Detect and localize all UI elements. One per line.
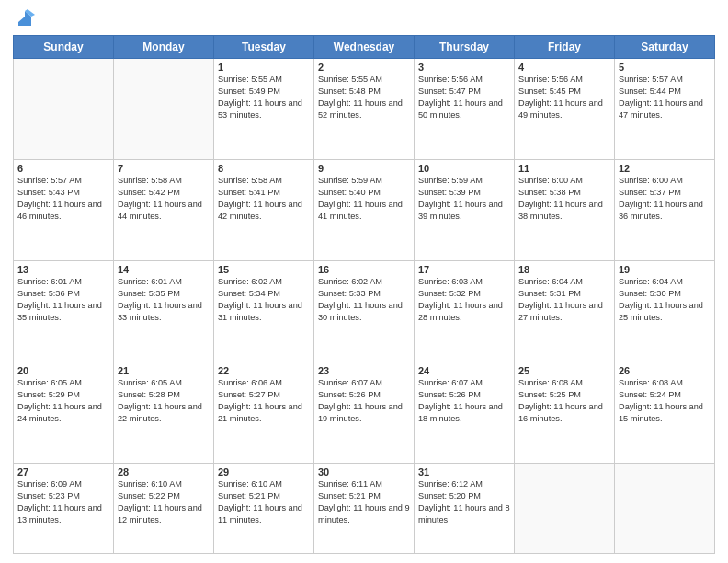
day-info: Sunrise: 5:57 AM Sunset: 5:44 PM Dayligh…: [619, 74, 711, 121]
calendar-cell: 30Sunrise: 6:11 AM Sunset: 5:21 PM Dayli…: [314, 464, 415, 554]
day-number: 14: [118, 264, 210, 275]
calendar-cell: 23Sunrise: 6:07 AM Sunset: 5:26 PM Dayli…: [314, 362, 415, 464]
day-info: Sunrise: 6:12 AM Sunset: 5:20 PM Dayligh…: [418, 478, 510, 526]
calendar-cell: 2Sunrise: 5:55 AM Sunset: 5:48 PM Daylig…: [314, 59, 415, 160]
day-info: Sunrise: 6:09 AM Sunset: 5:23 PM Dayligh…: [17, 478, 109, 526]
day-number: 13: [17, 264, 109, 275]
day-info: Sunrise: 6:08 AM Sunset: 5:25 PM Dayligh…: [518, 377, 610, 425]
calendar-week-row: 1Sunrise: 5:55 AM Sunset: 5:49 PM Daylig…: [14, 59, 715, 160]
calendar-day-header: Monday: [114, 36, 214, 59]
calendar-week-row: 13Sunrise: 6:01 AM Sunset: 5:36 PM Dayli…: [14, 261, 715, 362]
day-number: 7: [118, 163, 210, 174]
day-number: 22: [218, 365, 310, 376]
calendar-day-header: Saturday: [615, 36, 715, 59]
day-number: 12: [619, 163, 711, 174]
day-info: Sunrise: 5:59 AM Sunset: 5:39 PM Dayligh…: [418, 175, 510, 223]
calendar-cell: [515, 464, 615, 554]
day-info: Sunrise: 6:10 AM Sunset: 5:22 PM Dayligh…: [118, 478, 210, 526]
calendar-cell: 29Sunrise: 6:10 AM Sunset: 5:21 PM Dayli…: [214, 464, 314, 554]
calendar-cell: 26Sunrise: 6:08 AM Sunset: 5:24 PM Dayli…: [615, 362, 715, 464]
day-number: 1: [218, 62, 310, 73]
day-number: 20: [17, 365, 109, 376]
day-number: 27: [17, 466, 109, 477]
calendar-cell: 19Sunrise: 6:04 AM Sunset: 5:30 PM Dayli…: [615, 261, 715, 362]
day-info: Sunrise: 6:05 AM Sunset: 5:29 PM Dayligh…: [17, 377, 109, 425]
logo-icon: [15, 9, 35, 29]
calendar-cell: 31Sunrise: 6:12 AM Sunset: 5:20 PM Dayli…: [415, 464, 515, 554]
day-number: 21: [118, 365, 210, 376]
day-number: 11: [518, 163, 610, 174]
logo: [13, 9, 35, 29]
day-info: Sunrise: 6:04 AM Sunset: 5:30 PM Dayligh…: [619, 276, 711, 324]
calendar-cell: 24Sunrise: 6:07 AM Sunset: 5:26 PM Dayli…: [415, 362, 515, 464]
header: [13, 9, 715, 29]
day-number: 30: [318, 466, 410, 477]
day-info: Sunrise: 5:55 AM Sunset: 5:49 PM Dayligh…: [218, 74, 310, 121]
calendar-week-row: 27Sunrise: 6:09 AM Sunset: 5:23 PM Dayli…: [14, 464, 715, 554]
calendar-cell: 6Sunrise: 5:57 AM Sunset: 5:43 PM Daylig…: [14, 160, 114, 261]
calendar-cell: 20Sunrise: 6:05 AM Sunset: 5:29 PM Dayli…: [14, 362, 114, 464]
day-info: Sunrise: 5:56 AM Sunset: 5:45 PM Dayligh…: [518, 74, 610, 121]
day-info: Sunrise: 6:04 AM Sunset: 5:31 PM Dayligh…: [518, 276, 610, 324]
day-number: 28: [118, 466, 210, 477]
day-info: Sunrise: 5:59 AM Sunset: 5:40 PM Dayligh…: [318, 175, 410, 223]
day-number: 18: [518, 264, 610, 275]
day-number: 3: [418, 62, 510, 73]
calendar-day-header: Wednesday: [314, 36, 415, 59]
day-number: 26: [619, 365, 711, 376]
day-info: Sunrise: 6:08 AM Sunset: 5:24 PM Dayligh…: [619, 377, 711, 425]
day-number: 17: [418, 264, 510, 275]
page: SundayMondayTuesdayWednesdayThursdayFrid…: [0, 0, 728, 563]
calendar-day-header: Tuesday: [214, 36, 314, 59]
day-number: 6: [17, 163, 109, 174]
day-number: 29: [218, 466, 310, 477]
day-info: Sunrise: 6:06 AM Sunset: 5:27 PM Dayligh…: [218, 377, 310, 425]
day-info: Sunrise: 6:00 AM Sunset: 5:37 PM Dayligh…: [619, 175, 711, 223]
day-number: 24: [418, 365, 510, 376]
calendar-cell: [14, 59, 114, 160]
day-info: Sunrise: 6:05 AM Sunset: 5:28 PM Dayligh…: [118, 377, 210, 425]
day-info: Sunrise: 6:03 AM Sunset: 5:32 PM Dayligh…: [418, 276, 510, 324]
day-info: Sunrise: 5:58 AM Sunset: 5:41 PM Dayligh…: [218, 175, 310, 223]
day-info: Sunrise: 5:58 AM Sunset: 5:42 PM Dayligh…: [118, 175, 210, 223]
calendar-cell: [114, 59, 214, 160]
calendar-cell: 28Sunrise: 6:10 AM Sunset: 5:22 PM Dayli…: [114, 464, 214, 554]
day-number: 9: [318, 163, 410, 174]
calendar-cell: 4Sunrise: 5:56 AM Sunset: 5:45 PM Daylig…: [515, 59, 615, 160]
day-info: Sunrise: 6:01 AM Sunset: 5:35 PM Dayligh…: [118, 276, 210, 324]
calendar: SundayMondayTuesdayWednesdayThursdayFrid…: [13, 35, 715, 554]
calendar-cell: 7Sunrise: 5:58 AM Sunset: 5:42 PM Daylig…: [114, 160, 214, 261]
calendar-cell: 17Sunrise: 6:03 AM Sunset: 5:32 PM Dayli…: [415, 261, 515, 362]
calendar-cell: 12Sunrise: 6:00 AM Sunset: 5:37 PM Dayli…: [615, 160, 715, 261]
calendar-week-row: 20Sunrise: 6:05 AM Sunset: 5:29 PM Dayli…: [14, 362, 715, 464]
calendar-cell: 13Sunrise: 6:01 AM Sunset: 5:36 PM Dayli…: [14, 261, 114, 362]
day-number: 25: [518, 365, 610, 376]
calendar-day-header: Thursday: [415, 36, 515, 59]
day-info: Sunrise: 6:07 AM Sunset: 5:26 PM Dayligh…: [318, 377, 410, 425]
calendar-cell: 21Sunrise: 6:05 AM Sunset: 5:28 PM Dayli…: [114, 362, 214, 464]
day-number: 16: [318, 264, 410, 275]
day-number: 5: [619, 62, 711, 73]
calendar-cell: 15Sunrise: 6:02 AM Sunset: 5:34 PM Dayli…: [214, 261, 314, 362]
calendar-day-header: Friday: [515, 36, 615, 59]
calendar-cell: 18Sunrise: 6:04 AM Sunset: 5:31 PM Dayli…: [515, 261, 615, 362]
calendar-cell: 22Sunrise: 6:06 AM Sunset: 5:27 PM Dayli…: [214, 362, 314, 464]
logo-area: [13, 9, 35, 29]
day-number: 8: [218, 163, 310, 174]
day-number: 4: [518, 62, 610, 73]
calendar-cell: 9Sunrise: 5:59 AM Sunset: 5:40 PM Daylig…: [314, 160, 415, 261]
day-number: 23: [318, 365, 410, 376]
day-number: 19: [619, 264, 711, 275]
calendar-cell: 1Sunrise: 5:55 AM Sunset: 5:49 PM Daylig…: [214, 59, 314, 160]
calendar-week-row: 6Sunrise: 5:57 AM Sunset: 5:43 PM Daylig…: [14, 160, 715, 261]
day-info: Sunrise: 5:57 AM Sunset: 5:43 PM Dayligh…: [17, 175, 109, 223]
day-info: Sunrise: 6:10 AM Sunset: 5:21 PM Dayligh…: [218, 478, 310, 526]
day-info: Sunrise: 6:01 AM Sunset: 5:36 PM Dayligh…: [17, 276, 109, 324]
day-info: Sunrise: 6:00 AM Sunset: 5:38 PM Dayligh…: [518, 175, 610, 223]
calendar-cell: 3Sunrise: 5:56 AM Sunset: 5:47 PM Daylig…: [415, 59, 515, 160]
calendar-cell: 11Sunrise: 6:00 AM Sunset: 5:38 PM Dayli…: [515, 160, 615, 261]
day-info: Sunrise: 6:07 AM Sunset: 5:26 PM Dayligh…: [418, 377, 510, 425]
day-info: Sunrise: 6:02 AM Sunset: 5:34 PM Dayligh…: [218, 276, 310, 324]
day-info: Sunrise: 5:55 AM Sunset: 5:48 PM Dayligh…: [318, 74, 410, 121]
calendar-cell: 8Sunrise: 5:58 AM Sunset: 5:41 PM Daylig…: [214, 160, 314, 261]
